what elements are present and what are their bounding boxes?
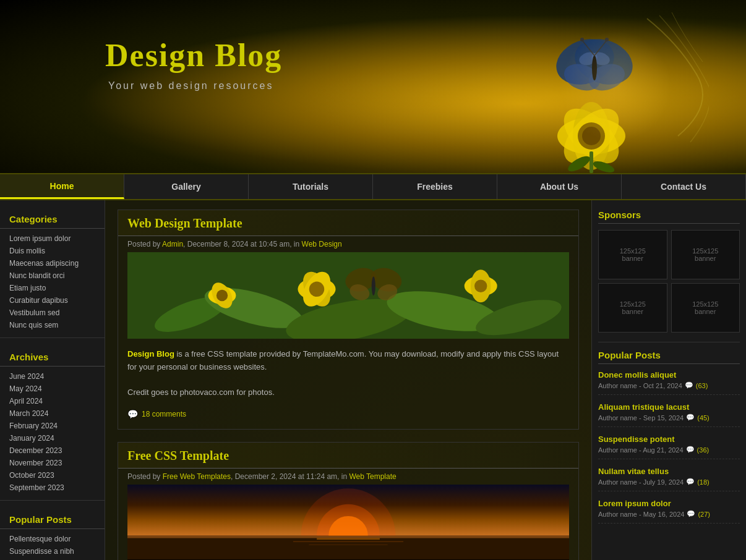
- archive-item[interactable]: November 2023: [0, 457, 105, 469]
- nav-gallery[interactable]: Gallery: [124, 174, 249, 199]
- popular-post-1-comments: (63): [696, 382, 708, 389]
- site-subtitle: Your web design resources: [108, 80, 273, 91]
- nav-about[interactable]: About Us: [497, 174, 622, 199]
- sidebar-item[interactable]: Curabitur dapibus: [0, 294, 105, 307]
- site-header: Design Blog Your web design resources: [0, 0, 746, 173]
- archive-item[interactable]: January 2024: [0, 432, 105, 444]
- sidebar-item[interactable]: Nunc blandit orci: [0, 269, 105, 282]
- post-1-comments[interactable]: 18 comments: [142, 410, 186, 418]
- right-sidebar: Sponsors 125x125 banner 125x125 banner 1…: [591, 200, 746, 560]
- popular-post-4-comments: (18): [697, 478, 710, 486]
- popular-post-2: Aliquam tristique lacust Author name - S…: [598, 402, 740, 427]
- comment-icon-2: 💬: [686, 414, 695, 422]
- archives-list: June 2024 May 2024 April 2024 March 2024…: [0, 370, 105, 494]
- archive-item[interactable]: October 2023: [0, 469, 105, 482]
- comment-icon-3: 💬: [686, 446, 695, 454]
- popular-post-5-title[interactable]: Lorem ipsum dolor: [598, 499, 740, 508]
- popular-item[interactable]: Maecenas scelerisque: [0, 558, 105, 560]
- popular-post-3-title[interactable]: Suspendisse potent: [598, 435, 740, 444]
- svg-point-29: [309, 282, 324, 297]
- sponsor-3-sublabel: banner: [622, 308, 643, 315]
- post-2-header: Free CSS Template: [118, 443, 578, 469]
- archive-item[interactable]: March 2024: [0, 407, 105, 420]
- nav-home[interactable]: Home: [0, 174, 124, 199]
- archive-item[interactable]: April 2024: [0, 395, 105, 407]
- post-1-author[interactable]: Admin: [162, 240, 183, 248]
- sidebar-item[interactable]: Vestibulum sed: [0, 307, 105, 319]
- sidebar-divider: [0, 337, 105, 338]
- popular-post-4-meta: Author name - July 19, 2024 💬 (18): [598, 478, 740, 486]
- popular-item[interactable]: Suspendisse a nibh: [0, 545, 105, 558]
- nav-tutorials[interactable]: Tutorials: [249, 174, 373, 199]
- site-title: Design Blog: [105, 37, 282, 74]
- svg-point-34: [372, 276, 375, 295]
- popular-title: Popular Posts: [0, 507, 105, 529]
- popular-post-4-title[interactable]: Nullam vitae tellus: [598, 467, 740, 476]
- sponsor-4-label: 125x125: [692, 300, 718, 308]
- popular-post-5: Lorem ipsum dolor Author name - May 16, …: [598, 499, 740, 524]
- popular-post-3-author-date: Author name - Aug 21, 2024: [598, 446, 684, 454]
- archive-item[interactable]: December 2023: [0, 444, 105, 457]
- sidebar-item[interactable]: Duis mollis: [0, 245, 105, 257]
- archive-item[interactable]: May 2024: [0, 383, 105, 395]
- page-layout: Categories Lorem ipsum dolor Duis mollis…: [0, 200, 746, 560]
- sidebar-item[interactable]: Maecenas adipiscing: [0, 257, 105, 269]
- post-1-body: Design Blog is a free CSS template provi…: [118, 345, 578, 405]
- archive-item[interactable]: June 2024: [0, 370, 105, 383]
- sponsors-title: Sponsors: [598, 210, 740, 224]
- popular-post-1-title[interactable]: Donec mollis aliquet: [598, 370, 740, 380]
- archive-item[interactable]: September 2023: [0, 482, 105, 494]
- popular-post-5-comments: (27): [698, 511, 710, 518]
- post-2-title: Free CSS Template: [127, 449, 229, 463]
- popular-posts-title: Popular Posts: [598, 350, 740, 364]
- svg-rect-51: [309, 545, 387, 545]
- sponsor-1-label: 125x125: [620, 247, 646, 255]
- sponsor-2[interactable]: 125x125 banner: [671, 230, 740, 279]
- post-2-image: [127, 485, 569, 560]
- sidebar-item[interactable]: Nunc quis sem: [0, 319, 105, 331]
- categories-title: Categories: [0, 206, 105, 229]
- post-2-image-svg: [127, 485, 569, 560]
- main-nav: Home Gallery Tutorials Freebies About Us…: [0, 173, 746, 200]
- svg-point-40: [474, 280, 487, 292]
- post-1-header: Web Design Template: [118, 210, 578, 236]
- popular-post-1: Donec mollis aliquet Author name - Oct 2…: [598, 370, 740, 395]
- nav-freebies[interactable]: Freebies: [373, 174, 497, 199]
- post-1: Web Design Template Posted by Admin, Dec…: [118, 210, 579, 430]
- sponsor-4[interactable]: 125x125 banner: [671, 283, 740, 333]
- post-1-footer[interactable]: 💬 18 comments: [118, 405, 578, 423]
- nav-contact[interactable]: Contact Us: [622, 174, 746, 199]
- left-sidebar: Categories Lorem ipsum dolor Duis mollis…: [0, 200, 105, 560]
- popular-post-1-meta: Author name - Oct 21, 2024 💬 (63): [598, 381, 740, 389]
- popular-post-2-author-date: Author name - Sep 15, 2024: [598, 414, 684, 422]
- popular-post-5-author-date: Author name - May 16, 2024: [598, 511, 684, 518]
- popular-post-3-meta: Author name - Aug 21, 2024 💬 (36): [598, 446, 740, 454]
- sidebar-item[interactable]: Etiam justo: [0, 282, 105, 294]
- post-1-category[interactable]: Web Design: [302, 240, 342, 248]
- post-1-meta: Posted by Admin, December 8, 2024 at 10:…: [118, 236, 578, 252]
- post-2-category[interactable]: Web Template: [349, 472, 396, 481]
- popular-item[interactable]: Pellentesque dolor: [0, 533, 105, 545]
- svg-rect-50: [293, 541, 403, 542]
- popular-post-3-comments: (36): [697, 446, 710, 454]
- post-2-date: December 2, 2024 at 11:24 am: [235, 472, 337, 481]
- comment-icon-5: 💬: [687, 510, 695, 518]
- popular-post-2-title[interactable]: Aliquam tristique lacust: [598, 402, 740, 412]
- rs-divider: [598, 342, 740, 342]
- popular-post-4-author-date: Author name - July 19, 2024: [598, 478, 684, 486]
- post-1-body-strong: Design Blog: [127, 349, 174, 358]
- archives-title: Archives: [0, 344, 105, 367]
- sponsor-3[interactable]: 125x125 banner: [598, 283, 667, 333]
- comment-icon: 💬: [127, 409, 138, 419]
- sponsor-3-label: 125x125: [620, 300, 646, 308]
- post-1-credit: Credit goes to photovaco.com for photos.: [127, 388, 275, 397]
- sponsor-1[interactable]: 125x125 banner: [598, 230, 667, 279]
- post-2-author[interactable]: Free Web Templates: [163, 472, 231, 481]
- sidebar-item[interactable]: Lorem ipsum dolor: [0, 232, 105, 245]
- sponsor-4-sublabel: banner: [695, 308, 716, 315]
- post-2-meta: Posted by Free Web Templates, December 2…: [118, 469, 578, 485]
- svg-rect-49: [317, 538, 380, 540]
- post-2: Free CSS Template Posted by Free Web Tem…: [118, 442, 579, 560]
- archive-item[interactable]: February 2024: [0, 420, 105, 432]
- post-1-image-svg: [127, 252, 569, 339]
